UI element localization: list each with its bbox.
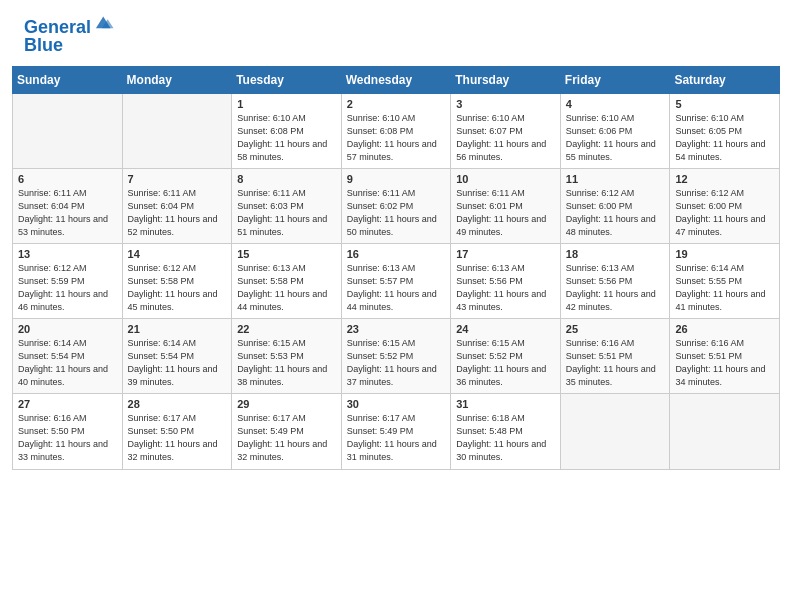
calendar-cell: 8Sunrise: 6:11 AM Sunset: 6:03 PM Daylig… xyxy=(232,168,342,243)
day-number: 23 xyxy=(347,323,446,335)
calendar-cell: 27Sunrise: 6:16 AM Sunset: 5:50 PM Dayli… xyxy=(13,394,123,469)
day-number: 27 xyxy=(18,398,117,410)
weekday-friday: Friday xyxy=(560,66,670,93)
calendar-cell: 19Sunrise: 6:14 AM Sunset: 5:55 PM Dayli… xyxy=(670,243,780,318)
day-number: 19 xyxy=(675,248,774,260)
day-info: Sunrise: 6:11 AM Sunset: 6:04 PM Dayligh… xyxy=(128,187,227,239)
calendar-cell xyxy=(122,93,232,168)
day-info: Sunrise: 6:10 AM Sunset: 6:06 PM Dayligh… xyxy=(566,112,665,164)
day-info: Sunrise: 6:15 AM Sunset: 5:53 PM Dayligh… xyxy=(237,337,336,389)
day-number: 12 xyxy=(675,173,774,185)
day-info: Sunrise: 6:11 AM Sunset: 6:01 PM Dayligh… xyxy=(456,187,555,239)
day-info: Sunrise: 6:14 AM Sunset: 5:54 PM Dayligh… xyxy=(18,337,117,389)
calendar-cell: 15Sunrise: 6:13 AM Sunset: 5:58 PM Dayli… xyxy=(232,243,342,318)
week-row-3: 20Sunrise: 6:14 AM Sunset: 5:54 PM Dayli… xyxy=(13,319,780,394)
calendar-wrap: SundayMondayTuesdayWednesdayThursdayFrid… xyxy=(0,66,792,482)
calendar-cell: 22Sunrise: 6:15 AM Sunset: 5:53 PM Dayli… xyxy=(232,319,342,394)
calendar-cell: 29Sunrise: 6:17 AM Sunset: 5:49 PM Dayli… xyxy=(232,394,342,469)
logo: General Blue xyxy=(24,18,115,56)
weekday-thursday: Thursday xyxy=(451,66,561,93)
calendar-cell: 28Sunrise: 6:17 AM Sunset: 5:50 PM Dayli… xyxy=(122,394,232,469)
day-info: Sunrise: 6:13 AM Sunset: 5:56 PM Dayligh… xyxy=(566,262,665,314)
day-info: Sunrise: 6:12 AM Sunset: 6:00 PM Dayligh… xyxy=(675,187,774,239)
logo-text2: Blue xyxy=(24,35,63,55)
calendar-cell: 31Sunrise: 6:18 AM Sunset: 5:48 PM Dayli… xyxy=(451,394,561,469)
day-info: Sunrise: 6:16 AM Sunset: 5:51 PM Dayligh… xyxy=(675,337,774,389)
day-number: 3 xyxy=(456,98,555,110)
week-row-4: 27Sunrise: 6:16 AM Sunset: 5:50 PM Dayli… xyxy=(13,394,780,469)
calendar-cell: 18Sunrise: 6:13 AM Sunset: 5:56 PM Dayli… xyxy=(560,243,670,318)
day-info: Sunrise: 6:12 AM Sunset: 5:59 PM Dayligh… xyxy=(18,262,117,314)
calendar-cell: 1Sunrise: 6:10 AM Sunset: 6:08 PM Daylig… xyxy=(232,93,342,168)
day-number: 25 xyxy=(566,323,665,335)
calendar-cell: 16Sunrise: 6:13 AM Sunset: 5:57 PM Dayli… xyxy=(341,243,451,318)
day-number: 17 xyxy=(456,248,555,260)
day-info: Sunrise: 6:15 AM Sunset: 5:52 PM Dayligh… xyxy=(456,337,555,389)
calendar-cell: 6Sunrise: 6:11 AM Sunset: 6:04 PM Daylig… xyxy=(13,168,123,243)
weekday-wednesday: Wednesday xyxy=(341,66,451,93)
day-number: 5 xyxy=(675,98,774,110)
weekday-tuesday: Tuesday xyxy=(232,66,342,93)
day-info: Sunrise: 6:11 AM Sunset: 6:04 PM Dayligh… xyxy=(18,187,117,239)
day-number: 24 xyxy=(456,323,555,335)
calendar-cell: 5Sunrise: 6:10 AM Sunset: 6:05 PM Daylig… xyxy=(670,93,780,168)
day-number: 29 xyxy=(237,398,336,410)
day-info: Sunrise: 6:12 AM Sunset: 6:00 PM Dayligh… xyxy=(566,187,665,239)
calendar-cell: 7Sunrise: 6:11 AM Sunset: 6:04 PM Daylig… xyxy=(122,168,232,243)
calendar-cell: 4Sunrise: 6:10 AM Sunset: 6:06 PM Daylig… xyxy=(560,93,670,168)
day-number: 21 xyxy=(128,323,227,335)
day-info: Sunrise: 6:11 AM Sunset: 6:02 PM Dayligh… xyxy=(347,187,446,239)
header: General Blue xyxy=(0,0,792,66)
calendar-cell: 25Sunrise: 6:16 AM Sunset: 5:51 PM Dayli… xyxy=(560,319,670,394)
weekday-saturday: Saturday xyxy=(670,66,780,93)
calendar-cell: 3Sunrise: 6:10 AM Sunset: 6:07 PM Daylig… xyxy=(451,93,561,168)
calendar-cell xyxy=(13,93,123,168)
day-number: 13 xyxy=(18,248,117,260)
page: General Blue xyxy=(0,0,792,612)
calendar-cell xyxy=(670,394,780,469)
week-row-0: 1Sunrise: 6:10 AM Sunset: 6:08 PM Daylig… xyxy=(13,93,780,168)
day-info: Sunrise: 6:13 AM Sunset: 5:58 PM Dayligh… xyxy=(237,262,336,314)
day-info: Sunrise: 6:17 AM Sunset: 5:49 PM Dayligh… xyxy=(237,412,336,464)
day-info: Sunrise: 6:10 AM Sunset: 6:08 PM Dayligh… xyxy=(347,112,446,164)
day-info: Sunrise: 6:13 AM Sunset: 5:56 PM Dayligh… xyxy=(456,262,555,314)
calendar-cell: 2Sunrise: 6:10 AM Sunset: 6:08 PM Daylig… xyxy=(341,93,451,168)
calendar-cell: 30Sunrise: 6:17 AM Sunset: 5:49 PM Dayli… xyxy=(341,394,451,469)
day-info: Sunrise: 6:16 AM Sunset: 5:51 PM Dayligh… xyxy=(566,337,665,389)
day-number: 1 xyxy=(237,98,336,110)
day-number: 11 xyxy=(566,173,665,185)
logo-icon xyxy=(93,12,115,34)
calendar-cell: 24Sunrise: 6:15 AM Sunset: 5:52 PM Dayli… xyxy=(451,319,561,394)
day-info: Sunrise: 6:14 AM Sunset: 5:55 PM Dayligh… xyxy=(675,262,774,314)
day-number: 14 xyxy=(128,248,227,260)
week-row-2: 13Sunrise: 6:12 AM Sunset: 5:59 PM Dayli… xyxy=(13,243,780,318)
day-number: 2 xyxy=(347,98,446,110)
day-number: 26 xyxy=(675,323,774,335)
day-number: 15 xyxy=(237,248,336,260)
day-info: Sunrise: 6:15 AM Sunset: 5:52 PM Dayligh… xyxy=(347,337,446,389)
calendar-cell: 20Sunrise: 6:14 AM Sunset: 5:54 PM Dayli… xyxy=(13,319,123,394)
day-info: Sunrise: 6:18 AM Sunset: 5:48 PM Dayligh… xyxy=(456,412,555,464)
day-info: Sunrise: 6:14 AM Sunset: 5:54 PM Dayligh… xyxy=(128,337,227,389)
weekday-sunday: Sunday xyxy=(13,66,123,93)
calendar-cell: 9Sunrise: 6:11 AM Sunset: 6:02 PM Daylig… xyxy=(341,168,451,243)
day-number: 6 xyxy=(18,173,117,185)
calendar-cell: 26Sunrise: 6:16 AM Sunset: 5:51 PM Dayli… xyxy=(670,319,780,394)
calendar-cell: 21Sunrise: 6:14 AM Sunset: 5:54 PM Dayli… xyxy=(122,319,232,394)
day-number: 20 xyxy=(18,323,117,335)
day-number: 30 xyxy=(347,398,446,410)
calendar-cell: 13Sunrise: 6:12 AM Sunset: 5:59 PM Dayli… xyxy=(13,243,123,318)
day-number: 22 xyxy=(237,323,336,335)
day-info: Sunrise: 6:13 AM Sunset: 5:57 PM Dayligh… xyxy=(347,262,446,314)
day-info: Sunrise: 6:10 AM Sunset: 6:08 PM Dayligh… xyxy=(237,112,336,164)
day-number: 31 xyxy=(456,398,555,410)
day-number: 9 xyxy=(347,173,446,185)
day-info: Sunrise: 6:17 AM Sunset: 5:50 PM Dayligh… xyxy=(128,412,227,464)
calendar-cell: 23Sunrise: 6:15 AM Sunset: 5:52 PM Dayli… xyxy=(341,319,451,394)
day-info: Sunrise: 6:17 AM Sunset: 5:49 PM Dayligh… xyxy=(347,412,446,464)
day-info: Sunrise: 6:11 AM Sunset: 6:03 PM Dayligh… xyxy=(237,187,336,239)
day-number: 16 xyxy=(347,248,446,260)
day-info: Sunrise: 6:10 AM Sunset: 6:07 PM Dayligh… xyxy=(456,112,555,164)
calendar-cell: 11Sunrise: 6:12 AM Sunset: 6:00 PM Dayli… xyxy=(560,168,670,243)
weekday-header-row: SundayMondayTuesdayWednesdayThursdayFrid… xyxy=(13,66,780,93)
